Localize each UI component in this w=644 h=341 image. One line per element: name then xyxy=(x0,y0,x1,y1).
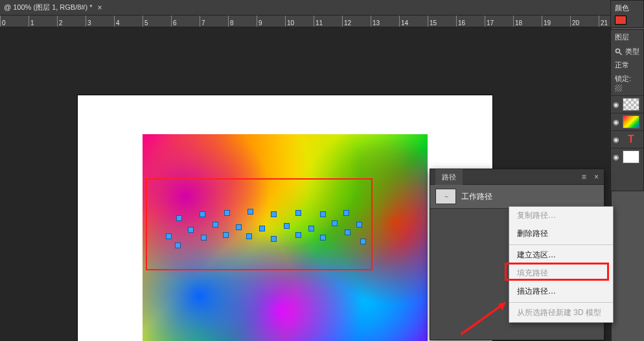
layer-thumbnail[interactable] xyxy=(623,150,639,163)
layers-panel-title: 图层 xyxy=(611,30,643,45)
path-name: 工作路径 xyxy=(461,191,492,202)
lock-label: 锁定: xyxy=(615,75,631,82)
right-panels: 颜色 图层 类型 正常 锁定: ▨ ◉ ◉ ◉ T ◉ xyxy=(610,0,644,341)
current-color-swatch[interactable] xyxy=(615,16,627,25)
ruler-tick: 18 xyxy=(513,16,522,27)
path-context-menu: 复制路径… 删除路径 建立选区… 填充路径 描边路径… 从所选路径新建 3D 模… xyxy=(509,206,614,323)
document-tab-bar: @ 100% (图层 1, RGB/8#) * × xyxy=(0,0,644,16)
ruler-tick: 16 xyxy=(456,16,465,27)
horizontal-ruler: 0 1 2 3 4 5 6 7 8 9 10 11 12 13 14 15 16… xyxy=(0,16,644,27)
paths-panel-header: 路径 ≡ × xyxy=(430,169,604,185)
lock-icon[interactable]: ▨ xyxy=(615,84,622,92)
ruler-tick: 13 xyxy=(371,16,380,27)
menu-duplicate-path: 复制路径… xyxy=(509,207,613,225)
ruler-tick: 0 xyxy=(0,16,6,27)
menu-separator xyxy=(509,302,613,303)
menu-stroke-path[interactable]: 描边路径… xyxy=(509,283,613,301)
ruler-tick: 5 xyxy=(143,16,148,27)
ruler-tick: 21 xyxy=(599,16,608,27)
layer-thumbnail[interactable] xyxy=(623,115,639,128)
lock-row: 锁定: ▨ xyxy=(611,72,643,95)
menu-delete-path[interactable]: 删除路径 xyxy=(509,225,613,243)
color-panel[interactable]: 颜色 xyxy=(610,0,644,28)
ruler-tick: 7 xyxy=(200,16,205,27)
eye-icon[interactable]: ◉ xyxy=(612,153,620,161)
ruler-tick: 12 xyxy=(342,16,351,27)
ruler-tick: 15 xyxy=(428,16,437,27)
eye-icon[interactable]: ◉ xyxy=(612,135,620,144)
ruler-tick: 8 xyxy=(228,16,234,27)
search-icon xyxy=(615,47,623,56)
close-icon[interactable]: × xyxy=(594,172,599,182)
layer-filter-row[interactable]: 类型 xyxy=(611,45,643,58)
layer-thumbnail[interactable]: T xyxy=(623,133,639,146)
ruler-tick: 10 xyxy=(285,16,294,27)
document-tab[interactable]: @ 100% (图层 1, RGB/8#) * xyxy=(4,3,93,12)
ruler-tick: 17 xyxy=(485,16,494,27)
eye-icon[interactable]: ◉ xyxy=(612,100,620,109)
ruler-tick: 2 xyxy=(57,16,63,27)
ruler-tick: 19 xyxy=(542,16,551,27)
layer-row[interactable]: ◉ xyxy=(611,148,643,165)
eye-icon[interactable]: ◉ xyxy=(612,118,620,126)
ruler-tick: 11 xyxy=(314,16,323,27)
panel-menu-icon[interactable]: ≡ xyxy=(582,172,587,182)
path-item-work-path[interactable]: ～ 工作路径 xyxy=(430,185,604,209)
path-anchors[interactable] xyxy=(162,196,376,258)
tab-paths[interactable]: 路径 xyxy=(435,169,463,185)
ruler-tick: 3 xyxy=(86,16,91,27)
layer-row[interactable]: ◉ T xyxy=(611,130,643,148)
ruler-tick: 1 xyxy=(29,16,34,27)
ruler-tick: 20 xyxy=(570,16,579,27)
ruler-tick: 6 xyxy=(171,16,177,27)
ruler-tick: 9 xyxy=(257,16,262,27)
menu-fill-path: 填充路径 xyxy=(509,265,613,283)
layer-row[interactable]: ◉ xyxy=(611,95,643,113)
ruler-tick: 4 xyxy=(114,16,120,27)
svg-point-0 xyxy=(616,49,620,53)
path-thumbnail: ～ xyxy=(435,189,456,204)
menu-separator xyxy=(509,244,613,245)
menu-new-3d: 从所选路径新建 3D 模型 xyxy=(509,304,613,322)
layer-thumbnail[interactable] xyxy=(623,98,639,111)
layer-filter-label: 类型 xyxy=(625,47,639,56)
svg-line-1 xyxy=(620,53,622,55)
close-icon[interactable]: × xyxy=(98,3,102,12)
blend-mode-select[interactable]: 正常 xyxy=(611,58,643,72)
layers-panel[interactable]: 图层 类型 正常 锁定: ▨ ◉ ◉ ◉ T ◉ xyxy=(610,29,644,191)
ruler-tick: 14 xyxy=(399,16,408,27)
menu-make-selection[interactable]: 建立选区… xyxy=(509,246,613,265)
layer-row[interactable]: ◉ xyxy=(611,113,643,130)
color-panel-title: 颜色 xyxy=(615,3,639,13)
